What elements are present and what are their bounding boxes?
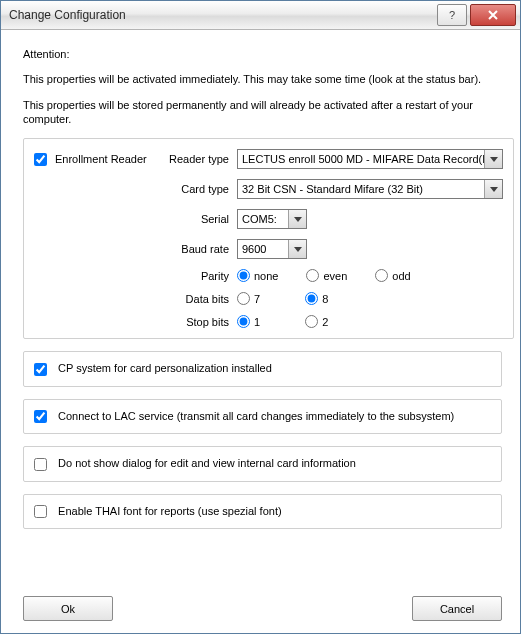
parity-label: Parity	[154, 270, 237, 282]
stop-bits-1-radio[interactable]	[237, 315, 250, 328]
info-paragraph-1: This properties will be activated immedi…	[23, 72, 502, 86]
cp-system-checkbox[interactable]	[34, 363, 47, 376]
thai-checkbox[interactable]	[34, 505, 47, 518]
thai-fieldset: Enable THAI font for reports (use spezia…	[23, 494, 502, 530]
stop-bits-2-label: 2	[322, 316, 328, 328]
titlebar: Change Configuration ?	[1, 1, 520, 30]
cp-system-label: CP system for card personalization insta…	[58, 362, 272, 374]
serial-value: COM5:	[238, 213, 288, 225]
thai-label: Enable THAI font for reports (use spezia…	[58, 505, 282, 517]
baud-rate-select[interactable]: 9600	[237, 239, 307, 259]
card-type-select[interactable]: 32 Bit CSN - Standard Mifare (32 Bit)	[237, 179, 503, 199]
cancel-button-label: Cancel	[440, 603, 474, 615]
enrollment-reader-label: Enrollment Reader	[55, 153, 147, 165]
parity-none-label: none	[254, 270, 278, 282]
data-bits-8-label: 8	[322, 293, 328, 305]
lac-fieldset: Connect to LAC service (transmit all car…	[23, 399, 502, 435]
help-button[interactable]: ?	[437, 4, 467, 26]
no-dialog-checkbox[interactable]	[34, 458, 47, 471]
cp-system-fieldset: CP system for card personalization insta…	[23, 351, 502, 387]
stop-bits-2-radio[interactable]	[305, 315, 318, 328]
no-dialog-fieldset: Do not show dialog for edit and view int…	[23, 446, 502, 482]
client-area: Attention: This properties will be activ…	[1, 30, 520, 633]
help-icon: ?	[449, 9, 455, 21]
stop-bits-1-label: 1	[254, 316, 260, 328]
no-dialog-label: Do not show dialog for edit and view int…	[58, 457, 356, 469]
parity-even-label: even	[323, 270, 347, 282]
serial-select[interactable]: COM5:	[237, 209, 307, 229]
close-button[interactable]	[470, 4, 516, 26]
enrollment-fieldset: Enrollment Reader Reader type LECTUS enr…	[23, 138, 514, 339]
reader-type-select[interactable]: LECTUS enroll 5000 MD - MIFARE Data Reco…	[237, 149, 503, 169]
ok-button-label: Ok	[61, 603, 75, 615]
data-bits-8-radio[interactable]	[305, 292, 318, 305]
footer: Ok Cancel	[23, 596, 502, 621]
serial-label: Serial	[154, 213, 237, 225]
parity-odd-label: odd	[392, 270, 410, 282]
ok-button[interactable]: Ok	[23, 596, 113, 621]
stop-bits-label: Stop bits	[154, 316, 237, 328]
chevron-down-icon	[484, 150, 502, 168]
chevron-down-icon	[484, 180, 502, 198]
parity-odd-radio[interactable]	[375, 269, 388, 282]
enrollment-reader-checkbox[interactable]	[34, 153, 47, 166]
data-bits-7-label: 7	[254, 293, 260, 305]
dialog-window: Change Configuration ? Attention: This p…	[0, 0, 521, 634]
lac-label: Connect to LAC service (transmit all car…	[58, 410, 454, 422]
chevron-down-icon	[288, 240, 306, 258]
data-bits-label: Data bits	[154, 293, 237, 305]
info-paragraph-2: This properties will be stored permanent…	[23, 98, 502, 126]
window-title: Change Configuration	[9, 8, 437, 22]
card-type-value: 32 Bit CSN - Standard Mifare (32 Bit)	[238, 183, 484, 195]
cancel-button[interactable]: Cancel	[412, 596, 502, 621]
attention-label: Attention:	[23, 48, 502, 60]
data-bits-7-radio[interactable]	[237, 292, 250, 305]
baud-rate-value: 9600	[238, 243, 288, 255]
close-icon	[487, 10, 499, 20]
lac-checkbox[interactable]	[34, 410, 47, 423]
chevron-down-icon	[288, 210, 306, 228]
reader-type-label: Reader type	[154, 153, 237, 165]
card-type-label: Card type	[154, 183, 237, 195]
reader-type-value: LECTUS enroll 5000 MD - MIFARE Data Reco…	[238, 153, 484, 165]
parity-none-radio[interactable]	[237, 269, 250, 282]
baud-rate-label: Baud rate	[154, 243, 237, 255]
parity-even-radio[interactable]	[306, 269, 319, 282]
